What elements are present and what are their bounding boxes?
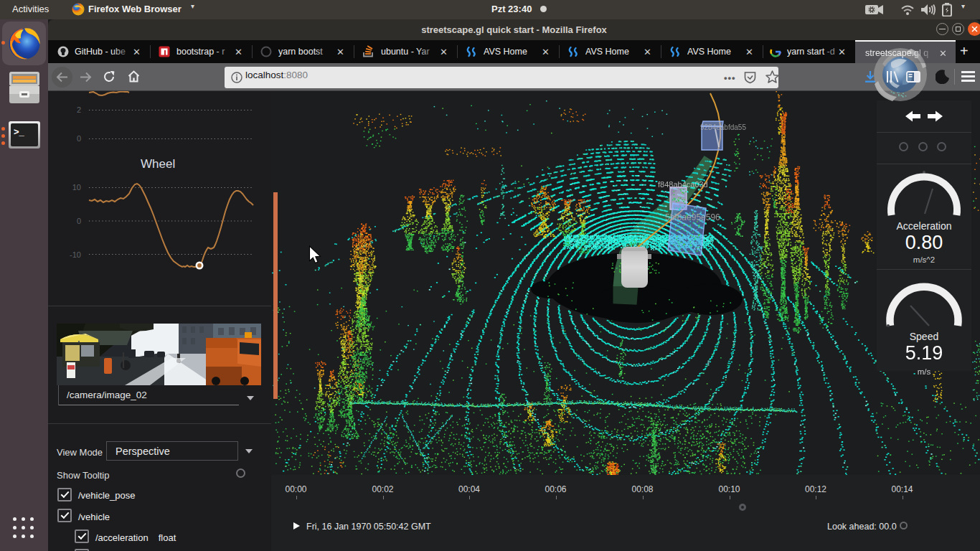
svg-text:Wheel: Wheel: [141, 157, 175, 171]
svg-text:2: 2: [77, 105, 81, 114]
svg-text:0: 0: [77, 217, 81, 225]
svg-text:10: 10: [72, 183, 81, 192]
svg-text:0: 0: [77, 134, 81, 143]
svg-text:-10: -10: [70, 250, 81, 259]
